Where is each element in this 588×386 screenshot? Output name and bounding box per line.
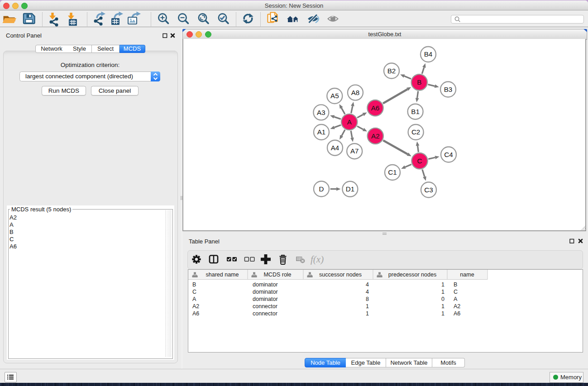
svg-text:name: name [460,272,474,278]
svg-text:A: A [454,296,458,302]
svg-text:shared name: shared name [206,272,239,278]
svg-text:A1: A1 [317,128,326,136]
svg-text:A7: A7 [350,147,359,155]
svg-text:A6: A6 [371,104,380,112]
svg-text:A2: A2 [454,303,460,310]
svg-text:successor nodes: successor nodes [319,272,362,278]
svg-text:1: 1 [441,281,445,288]
svg-text:4: 4 [366,281,369,288]
svg-text:0: 0 [441,296,445,302]
svg-text:8: 8 [366,296,369,302]
svg-text:1: 1 [441,289,445,295]
svg-text:A2: A2 [371,132,380,140]
svg-text:A4: A4 [331,144,339,152]
svg-text:B4: B4 [424,50,433,58]
svg-text:4: 4 [366,289,369,295]
svg-text:f(x): f(x) [311,254,324,265]
svg-text:A6: A6 [454,310,460,317]
svg-text:B2: B2 [387,67,396,75]
svg-text:connector: connector [253,303,277,310]
svg-text:C3: C3 [424,186,433,194]
svg-text:predecessor nodes: predecessor nodes [388,272,436,278]
svg-text:D: D [319,185,324,193]
svg-text:A: A [347,118,352,126]
svg-text:B: B [417,78,421,86]
svg-text:C: C [192,289,196,295]
svg-text:dominator: dominator [253,296,278,302]
svg-text:dominator: dominator [253,289,278,295]
svg-text:C: C [417,157,422,165]
svg-text:1: 1 [441,303,445,310]
svg-text:C: C [454,289,458,295]
svg-text:A8: A8 [351,89,360,96]
svg-text:1: 1 [366,310,369,317]
svg-text:MCDS role: MCDS role [263,272,291,278]
svg-text:B3: B3 [444,86,453,93]
svg-text:dominator: dominator [253,281,278,288]
svg-text:A6: A6 [192,310,199,317]
svg-text:C2: C2 [411,128,420,136]
svg-text:1: 1 [441,310,445,317]
svg-text:B1: B1 [411,108,420,115]
svg-text:A: A [192,296,196,302]
svg-text:connector: connector [253,310,277,317]
svg-text:A2: A2 [192,303,199,310]
svg-text:1: 1 [366,303,369,310]
svg-text:C1: C1 [388,168,397,176]
svg-text:C4: C4 [444,151,453,158]
svg-text:B: B [192,281,196,288]
svg-text:A3: A3 [317,109,325,116]
svg-text:A5: A5 [330,92,339,100]
svg-text:D1: D1 [346,185,354,193]
svg-text:B: B [454,281,457,288]
